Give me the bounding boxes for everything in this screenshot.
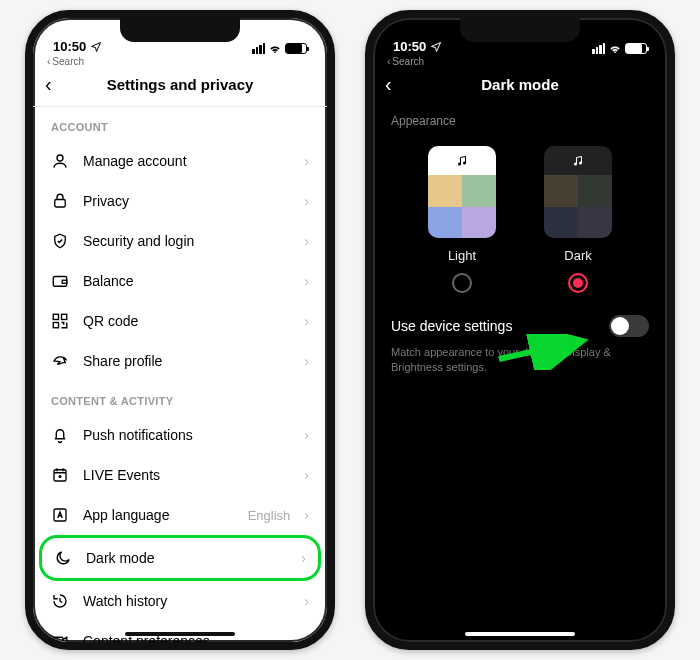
- svg-point-14: [579, 161, 582, 164]
- status-time: 10:50: [393, 39, 426, 54]
- dark-mode-content: Appearance Light Dark: [373, 106, 667, 642]
- chevron-right-icon: ›: [304, 313, 309, 329]
- battery-icon: [625, 43, 647, 54]
- page-title: Settings and privacy: [69, 76, 291, 93]
- svg-rect-4: [53, 314, 58, 319]
- row-qr-code[interactable]: QR code›: [33, 301, 327, 341]
- person-icon: [51, 152, 69, 170]
- row-security-and-login[interactable]: Security and login›: [33, 221, 327, 261]
- row-label: Watch history: [83, 593, 290, 609]
- chevron-right-icon: ›: [304, 593, 309, 609]
- row-app-language[interactable]: App languageEnglish›: [33, 495, 327, 535]
- phone-dark-mode: 10:50 ‹ Search ‹ Dark mode Appearance Li…: [365, 10, 675, 650]
- moon-icon: [54, 549, 72, 567]
- row-push-notifications[interactable]: Push notifications›: [33, 415, 327, 455]
- phone-settings-privacy: 10:50 ‹ Search ‹ Settings and privacy AC…: [25, 10, 335, 650]
- note-icon: [572, 155, 584, 167]
- chevron-right-icon: ›: [304, 507, 309, 523]
- location-icon: [90, 41, 102, 53]
- notch: [120, 18, 240, 42]
- wifi-icon: [608, 43, 622, 54]
- row-privacy[interactable]: Privacy›: [33, 181, 327, 221]
- page-title: Dark mode: [409, 76, 631, 93]
- signal-icon: [592, 43, 605, 54]
- row-label: Balance: [83, 273, 290, 289]
- home-indicator[interactable]: [465, 632, 575, 636]
- theme-preview-dark: [544, 146, 612, 238]
- back-button[interactable]: ‹: [385, 73, 409, 96]
- theme-option-dark[interactable]: Dark: [544, 146, 612, 293]
- chevron-right-icon: ›: [304, 233, 309, 249]
- battery-icon: [285, 43, 307, 54]
- row-label: Push notifications: [83, 427, 290, 443]
- qr-icon: [51, 312, 69, 330]
- notch: [460, 18, 580, 42]
- row-live-events[interactable]: LIVE Events›: [33, 455, 327, 495]
- row-label: Share profile: [83, 353, 290, 369]
- svg-rect-1: [55, 200, 66, 208]
- chevron-right-icon: ›: [304, 633, 309, 642]
- section-header: CONTENT & ACTIVITY: [33, 381, 327, 415]
- row-balance[interactable]: Balance›: [33, 261, 327, 301]
- share-icon: [51, 352, 69, 370]
- breadcrumb-back[interactable]: ‹ Search: [373, 56, 667, 69]
- appearance-label: Appearance: [373, 106, 667, 136]
- wallet-icon: [51, 272, 69, 290]
- shield-icon: [51, 232, 69, 250]
- chevron-right-icon: ›: [301, 550, 306, 566]
- signal-icon: [252, 43, 265, 54]
- theme-option-light[interactable]: Light: [428, 146, 496, 293]
- chevron-left-icon: ‹: [387, 56, 390, 67]
- svg-rect-6: [53, 323, 58, 328]
- chevron-right-icon: ›: [304, 467, 309, 483]
- back-button[interactable]: ‹: [45, 73, 69, 96]
- theme-preview-light: [428, 146, 496, 238]
- location-icon: [430, 41, 442, 53]
- row-label: Security and login: [83, 233, 290, 249]
- bell-icon: [51, 426, 69, 444]
- row-value: English: [248, 508, 291, 523]
- row-manage-account[interactable]: Manage account›: [33, 141, 327, 181]
- row-label: App language: [83, 507, 234, 523]
- row-label: Dark mode: [86, 550, 287, 566]
- chevron-right-icon: ›: [304, 153, 309, 169]
- use-device-settings-toggle[interactable]: [609, 315, 649, 337]
- theme-label-light: Light: [448, 248, 476, 263]
- row-label: Privacy: [83, 193, 290, 209]
- theme-options: Light Dark: [373, 136, 667, 297]
- chevron-right-icon: ›: [304, 427, 309, 443]
- svg-rect-3: [62, 280, 67, 283]
- chevron-left-icon: ‹: [47, 56, 50, 67]
- row-share-profile[interactable]: Share profile›: [33, 341, 327, 381]
- use-device-settings-row: Use device settings: [373, 297, 667, 341]
- svg-point-12: [463, 161, 466, 164]
- radio-dark[interactable]: [568, 273, 588, 293]
- nav-header: ‹ Dark mode: [373, 69, 667, 106]
- wifi-icon: [268, 43, 282, 54]
- lock-icon: [51, 192, 69, 210]
- history-icon: [51, 592, 69, 610]
- svg-point-0: [57, 155, 63, 161]
- home-indicator[interactable]: [125, 632, 235, 636]
- chevron-right-icon: ›: [304, 353, 309, 369]
- calendar-icon: [51, 466, 69, 484]
- settings-list: ACCOUNTManage account›Privacy›Security a…: [33, 107, 327, 642]
- row-label: LIVE Events: [83, 467, 290, 483]
- row-label: QR code: [83, 313, 290, 329]
- radio-light[interactable]: [452, 273, 472, 293]
- svg-rect-10: [53, 637, 63, 642]
- chevron-right-icon: ›: [304, 273, 309, 289]
- chevron-right-icon: ›: [304, 193, 309, 209]
- section-header: ACCOUNT: [33, 107, 327, 141]
- nav-header: ‹ Settings and privacy: [33, 69, 327, 107]
- video-icon: [51, 632, 69, 642]
- note-icon: [456, 155, 468, 167]
- use-device-settings-label: Use device settings: [391, 318, 512, 334]
- svg-point-13: [574, 162, 577, 165]
- breadcrumb-back[interactable]: ‹ Search: [33, 56, 327, 69]
- row-dark-mode[interactable]: Dark mode›: [39, 535, 321, 581]
- svg-rect-2: [53, 277, 67, 287]
- svg-point-8: [59, 475, 62, 478]
- language-icon: [51, 506, 69, 524]
- row-watch-history[interactable]: Watch history›: [33, 581, 327, 621]
